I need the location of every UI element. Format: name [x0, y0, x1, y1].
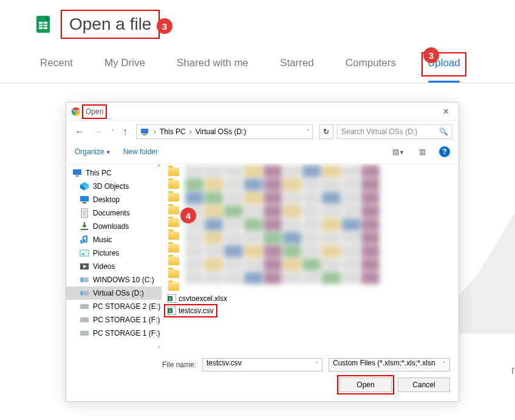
- google-sheets-icon: [36, 16, 50, 33]
- tree-item-label: Downloads: [93, 222, 129, 231]
- tree-item-documents[interactable]: Documents: [66, 206, 162, 220]
- tab-shared-with-me[interactable]: Shared with me: [173, 55, 252, 74]
- svg-rect-34: [80, 317, 89, 322]
- pictures-icon: [80, 248, 89, 258]
- file-row-csvtoexcel[interactable]: X csvtoexcel.xlsx: [166, 294, 229, 303]
- svg-point-9: [75, 110, 77, 112]
- breadcrumb[interactable]: › This PC › Virtual OSs (D:) ˅: [136, 124, 313, 139]
- tree-item-win10[interactable]: WINDOWS 10 (C:): [66, 273, 162, 286]
- svg-rect-11: [143, 134, 146, 135]
- voss-icon: [80, 288, 89, 298]
- filter-dropdown-icon[interactable]: ˅: [443, 361, 446, 367]
- tree-scroll-up-icon[interactable]: ^: [157, 164, 160, 171]
- new-folder-button[interactable]: New folder: [123, 147, 158, 156]
- page-title: Open a file: [63, 12, 157, 36]
- nav-back-icon[interactable]: ←: [72, 126, 87, 137]
- tree-item-thispc[interactable]: This PC: [66, 166, 162, 180]
- svg-rect-33: [80, 304, 89, 309]
- nav-forward-icon[interactable]: →: [90, 126, 105, 137]
- picker-tabs: Recent My Drive Shared with me Starred C…: [0, 42, 515, 83]
- tree-item-label: Desktop: [93, 195, 120, 204]
- file-label: csvtoexcel.xlsx: [179, 294, 227, 303]
- tree-item-downloads[interactable]: Downloads: [66, 220, 162, 233]
- tree-item-3d[interactable]: 3D Objects: [66, 180, 162, 193]
- crumb-sep-icon: ›: [151, 127, 159, 136]
- ps1b-icon: [80, 328, 89, 338]
- filename-input[interactable]: testcsv.csv ˅: [202, 358, 322, 371]
- file-type-filter[interactable]: Custom Files (*.xlsm;*.xls;*.xlsn ˅: [329, 358, 450, 371]
- svg-text:X: X: [169, 297, 172, 301]
- thispc-icon: [72, 168, 82, 178]
- close-icon[interactable]: ×: [438, 106, 454, 117]
- help-icon[interactable]: ?: [439, 146, 450, 157]
- crumb-dropdown-icon[interactable]: ˅: [307, 129, 310, 135]
- excel-icon: X: [168, 307, 176, 315]
- 3d-icon: [80, 181, 89, 191]
- search-icon: 🔍: [439, 127, 448, 136]
- tree-item-label: This PC: [86, 169, 112, 177]
- filename-value: testcsv.csv: [206, 359, 242, 367]
- file-open-dialog: Open × 4 ← → ˅ ↑ › This PC › Virtual OSs…: [66, 102, 459, 402]
- tree-item-label: Documents: [93, 209, 130, 217]
- blurred-thumbnails: [185, 165, 380, 286]
- tree-item-pictures[interactable]: Pictures: [66, 246, 162, 260]
- nav-up-icon[interactable]: ↑: [120, 126, 130, 137]
- svg-rect-13: [75, 175, 79, 177]
- tree-item-ps1[interactable]: PC STORAGE 1 (F:): [66, 313, 162, 327]
- filename-dropdown-icon[interactable]: ˅: [315, 361, 318, 367]
- videos-icon: [80, 262, 89, 271]
- tree-item-label: PC STORAGE 1 (F:): [93, 329, 160, 337]
- file-list[interactable]: X csvtoexcel.xlsx X testcsv.csv 5: [162, 164, 459, 352]
- tree-item-label: Videos: [93, 262, 115, 271]
- folder-tree: ^ This PC3D ObjectsDesktopDocumentsDownl…: [66, 164, 162, 352]
- dialog-title: Open: [84, 107, 104, 117]
- tree-item-label: PC STORAGE 1 (F:): [93, 316, 160, 324]
- search-input[interactable]: Search Virtual OSs (D:) 🔍: [337, 124, 452, 139]
- annotation-badge-4: 4: [180, 208, 196, 223]
- tree-item-label: Music: [93, 235, 112, 244]
- crumb-this-pc[interactable]: This PC: [159, 127, 187, 136]
- nav-recent-dropdown[interactable]: ˅: [109, 129, 117, 135]
- tab-starred[interactable]: Starred: [276, 55, 318, 74]
- svg-rect-30: [81, 278, 83, 282]
- open-button[interactable]: Open: [339, 378, 392, 392]
- tree-scroll-down-icon[interactable]: ˅: [157, 345, 160, 352]
- tree-item-ps2[interactable]: PC STORAGE 2 (E:): [66, 300, 162, 313]
- file-row-testcsv[interactable]: X testcsv.csv: [166, 306, 216, 316]
- tree-item-ps1b[interactable]: PC STORAGE 1 (F:): [66, 327, 162, 340]
- svg-rect-18: [83, 202, 86, 203]
- organize-menu[interactable]: Organize▼: [75, 147, 111, 156]
- crumb-sep-icon: ›: [187, 127, 194, 136]
- ps1-icon: [80, 315, 89, 325]
- cancel-button[interactable]: Cancel: [398, 378, 450, 392]
- win10-icon: [80, 275, 89, 285]
- tree-item-voss[interactable]: Virtual OSs (D:): [66, 286, 162, 300]
- tree-item-music[interactable]: Music: [66, 233, 162, 246]
- svg-rect-23: [81, 229, 88, 230]
- folder-icons-column: [168, 168, 179, 291]
- pc-icon: [140, 127, 149, 136]
- filename-label: File name:: [75, 361, 196, 369]
- tab-computers[interactable]: Computers: [342, 55, 400, 74]
- tree-item-desktop[interactable]: Desktop: [66, 193, 162, 206]
- search-placeholder: Search Virtual OSs (D:): [341, 127, 417, 136]
- svg-rect-10: [141, 129, 148, 134]
- view-mode-icon[interactable]: ▤▼: [391, 147, 406, 156]
- excel-icon: X: [168, 294, 176, 303]
- filter-label: Custom Files (*.xlsm;*.xls;*.xlsn: [333, 359, 435, 367]
- tab-my-drive[interactable]: My Drive: [101, 55, 149, 74]
- preview-pane-icon[interactable]: ▥: [418, 147, 427, 156]
- tree-item-label: PC STORAGE 2 (E:): [93, 302, 160, 311]
- documents-icon: [80, 208, 89, 218]
- annotation-badge-3b: 3: [423, 47, 439, 63]
- tree-item-videos[interactable]: Videos: [66, 260, 162, 273]
- crumb-current-folder[interactable]: Virtual OSs (D:): [194, 127, 248, 136]
- chrome-icon: [71, 107, 81, 117]
- file-label: testcsv.csv: [179, 307, 214, 315]
- refresh-icon[interactable]: ↻: [319, 124, 333, 139]
- tab-recent[interactable]: Recent: [36, 55, 77, 74]
- music-icon: [80, 235, 89, 245]
- tree-item-label: 3D Objects: [93, 182, 129, 191]
- svg-point-26: [86, 251, 87, 253]
- annotation-badge-3a: 3: [157, 18, 172, 34]
